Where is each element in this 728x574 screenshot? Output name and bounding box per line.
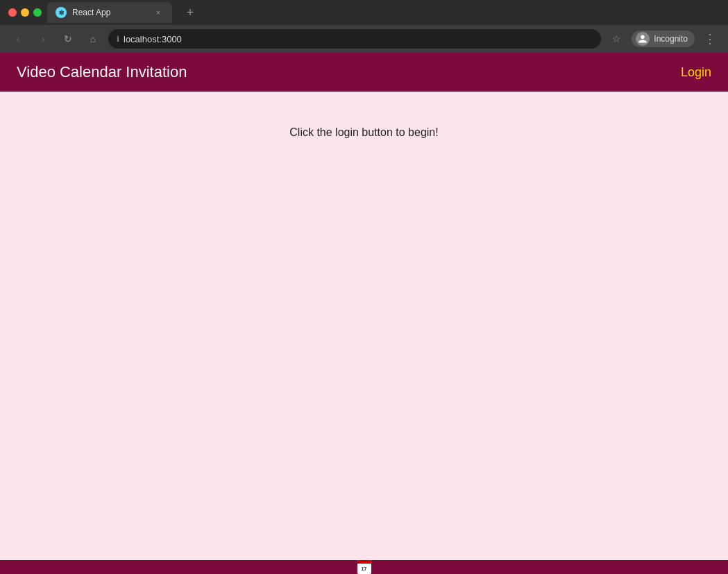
calendar-icon: 17 xyxy=(357,560,371,574)
incognito-label: Incognito xyxy=(654,34,688,44)
app-body: Click the login button to begin! xyxy=(0,92,728,560)
tab-close-button[interactable]: × xyxy=(153,7,164,18)
home-button[interactable]: ⌂ xyxy=(83,29,103,49)
bookmark-button[interactable]: ☆ xyxy=(607,29,626,49)
minimize-traffic-light[interactable] xyxy=(21,8,29,17)
address-bar-row: ‹ › ↻ ⌂ ℹ localhost:3000 ☆ Incognito ⋮ xyxy=(0,25,728,53)
reload-button[interactable]: ↻ xyxy=(58,29,78,49)
browser-chrome: ⚛ React App × + ‹ › ↻ ⌂ ℹ localhost:3000… xyxy=(0,0,728,53)
login-button[interactable]: Login xyxy=(681,65,711,80)
maximize-traffic-light[interactable] xyxy=(33,8,42,17)
browser-menu-button[interactable]: ⋮ xyxy=(700,29,720,49)
calendar-icon-day: 17 xyxy=(357,564,371,574)
traffic-lights xyxy=(8,8,42,17)
address-text: localhost:3000 xyxy=(124,34,182,44)
new-tab-button[interactable]: + xyxy=(180,3,200,22)
incognito-badge[interactable]: Incognito xyxy=(632,31,695,47)
title-bar: ⚛ React App × + xyxy=(0,0,728,25)
tab-title: React App xyxy=(72,8,147,17)
incognito-avatar xyxy=(636,32,650,46)
browser-tab[interactable]: ⚛ React App × xyxy=(47,2,172,23)
address-bar[interactable]: ℹ localhost:3000 xyxy=(108,29,601,49)
forward-button[interactable]: › xyxy=(33,29,53,49)
body-message: Click the login button to begin! xyxy=(289,126,438,139)
back-button[interactable]: ‹ xyxy=(8,29,28,49)
address-security-icon: ℹ xyxy=(117,35,119,44)
bottom-bar: 17 xyxy=(0,560,728,574)
tab-favicon: ⚛ xyxy=(56,7,67,18)
close-traffic-light[interactable] xyxy=(8,8,17,17)
app-header: Video Calendar Invitation Login xyxy=(0,53,728,92)
app-title: Video Calendar Invitation xyxy=(17,63,187,81)
app-wrapper: Video Calendar Invitation Login Click th… xyxy=(0,53,728,560)
